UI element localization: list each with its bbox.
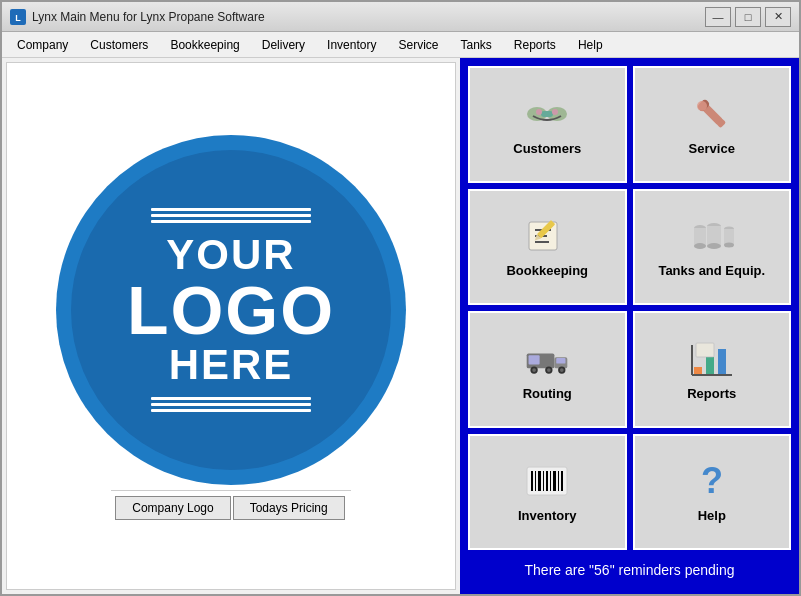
right-panel: Customers Service [460, 58, 799, 594]
menu-tanks[interactable]: Tanks [449, 34, 502, 56]
svg-rect-29 [556, 358, 565, 364]
svg-point-25 [724, 243, 734, 248]
help-label: Help [698, 508, 726, 523]
svg-text:?: ? [701, 461, 723, 501]
svg-rect-50 [558, 471, 559, 491]
company-logo-tab[interactable]: Company Logo [115, 496, 230, 520]
bookkeeping-label: Bookkeeping [506, 263, 588, 278]
menu-company[interactable]: Company [6, 34, 79, 56]
menu-delivery[interactable]: Delivery [251, 34, 316, 56]
logo-circle-outer: YOUR LOGO HERE [56, 135, 406, 485]
menu-bar: Company Customers Bookkeeping Delivery I… [2, 32, 799, 58]
routing-label: Routing [523, 386, 572, 401]
menu-inventory[interactable]: Inventory [316, 34, 387, 56]
grid-buttons: Customers Service [468, 66, 791, 550]
title-bar: L Lynx Main Menu for Lynx Propane Softwa… [2, 2, 799, 32]
logo-lines-bottom [151, 394, 311, 415]
help-button[interactable]: ? Help [633, 434, 792, 551]
svg-point-5 [536, 109, 542, 115]
svg-point-10 [697, 101, 707, 111]
app-icon: L [10, 9, 26, 25]
close-button[interactable]: ✕ [765, 7, 791, 27]
svg-rect-27 [529, 355, 540, 364]
svg-point-22 [707, 243, 721, 249]
svg-rect-45 [538, 471, 541, 491]
customers-label: Customers [513, 141, 581, 156]
menu-bookkeeping[interactable]: Bookkeeping [159, 34, 250, 56]
svg-rect-43 [531, 471, 533, 491]
wrench-icon [688, 93, 736, 135]
tanks-icon [688, 215, 736, 257]
logo-lines-top [151, 205, 311, 226]
menu-service[interactable]: Service [387, 34, 449, 56]
main-window: L Lynx Main Menu for Lynx Propane Softwa… [0, 0, 801, 596]
svg-rect-41 [696, 343, 714, 357]
svg-point-31 [532, 368, 536, 372]
svg-point-35 [560, 368, 564, 372]
svg-rect-36 [694, 367, 702, 375]
barcode-icon [523, 460, 571, 502]
svg-rect-48 [550, 471, 551, 491]
handshake-icon [523, 93, 571, 135]
reports-icon [688, 338, 736, 380]
tanks-button[interactable]: Tanks and Equip. [633, 189, 792, 306]
reports-label: Reports [687, 386, 736, 401]
pencil-icon [523, 215, 571, 257]
logo-text-here: HERE [169, 344, 294, 386]
truck-icon [523, 338, 571, 380]
menu-help[interactable]: Help [567, 34, 614, 56]
logo-panel: YOUR LOGO HERE Company Logo Todays Prici… [6, 62, 456, 590]
svg-rect-37 [706, 357, 714, 375]
svg-rect-44 [535, 471, 536, 491]
title-controls: — □ ✕ [705, 7, 791, 27]
maximize-button[interactable]: □ [735, 7, 761, 27]
routing-button[interactable]: Routing [468, 311, 627, 428]
inventory-label: Inventory [518, 508, 577, 523]
svg-rect-38 [718, 349, 726, 375]
customers-button[interactable]: Customers [468, 66, 627, 183]
svg-rect-46 [543, 471, 544, 491]
svg-point-6 [552, 109, 558, 115]
todays-pricing-tab[interactable]: Todays Pricing [233, 496, 345, 520]
svg-rect-49 [553, 471, 556, 491]
logo-text-logo: LOGO [127, 276, 335, 344]
menu-customers[interactable]: Customers [79, 34, 159, 56]
logo-text-your: YOUR [166, 234, 295, 276]
svg-rect-47 [546, 471, 548, 491]
reminders-text: There are "56" reminders pending [468, 554, 791, 586]
title-text: Lynx Main Menu for Lynx Propane Software [32, 10, 265, 24]
reports-button[interactable]: Reports [633, 311, 792, 428]
menu-reports[interactable]: Reports [503, 34, 567, 56]
bookkeeping-button[interactable]: Bookkeeping [468, 189, 627, 306]
title-bar-left: L Lynx Main Menu for Lynx Propane Softwa… [10, 9, 265, 25]
svg-point-33 [547, 368, 551, 372]
inventory-button[interactable]: Inventory [468, 434, 627, 551]
tanks-label: Tanks and Equip. [658, 263, 765, 278]
service-label: Service [689, 141, 735, 156]
svg-rect-51 [561, 471, 563, 491]
svg-text:L: L [15, 13, 21, 23]
main-content: YOUR LOGO HERE Company Logo Todays Prici… [2, 58, 799, 594]
svg-rect-4 [541, 111, 553, 117]
bottom-tabs: Company Logo Todays Pricing [111, 490, 350, 522]
service-button[interactable]: Service [633, 66, 792, 183]
svg-point-19 [694, 243, 706, 249]
question-icon: ? [688, 460, 736, 502]
minimize-button[interactable]: — [705, 7, 731, 27]
logo-area: YOUR LOGO HERE [51, 130, 411, 490]
logo-circle-inner: YOUR LOGO HERE [71, 150, 391, 470]
